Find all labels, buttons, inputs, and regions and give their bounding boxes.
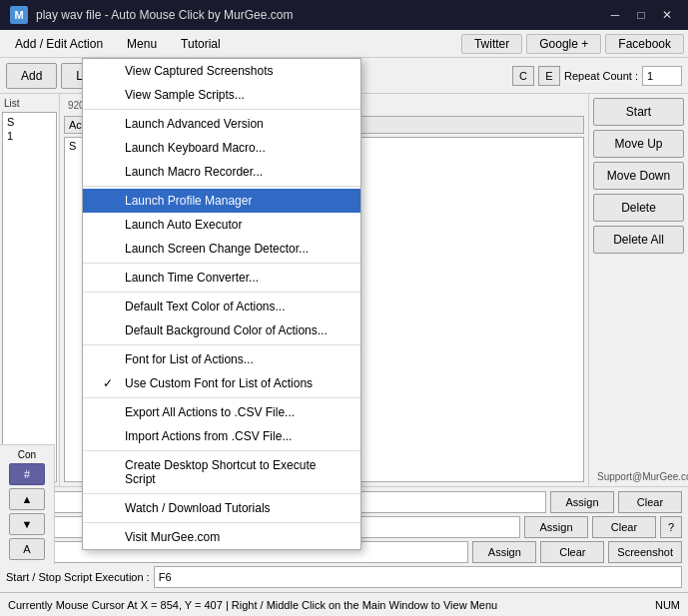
dd-item-4[interactable]: Launch Keyboard Macro...	[83, 136, 360, 160]
left-bottom-panel: Con # ▲ ▼ A	[0, 444, 55, 564]
dd-sep6	[83, 397, 360, 398]
dd-sep9	[83, 522, 360, 523]
a-button[interactable]: A	[9, 538, 45, 560]
move-up-button[interactable]: Move Up	[593, 130, 684, 158]
assign-button-1[interactable]: Assign	[550, 491, 614, 513]
dd-label-16: Font for List of Actions...	[125, 352, 254, 366]
dd-label-13: Default Text Color of Actions...	[125, 300, 286, 313]
dd-item-14[interactable]: Default Background Color of Actions...	[83, 318, 360, 342]
repeat-count-label: Repeat Count :	[564, 70, 638, 82]
dd-item-9[interactable]: Launch Screen Change Detector...	[83, 237, 360, 261]
dd-item-20[interactable]: Import Actions from .CSV File...	[83, 424, 360, 448]
dd-sep7	[83, 450, 360, 451]
dd-label-0: View Captured Screenshots	[125, 64, 274, 78]
dd-item-24[interactable]: Watch / Download Tutorials	[83, 496, 360, 520]
dd-sep8	[83, 493, 360, 494]
start-button[interactable]: Start	[593, 98, 684, 126]
dd-item-16[interactable]: Font for List of Actions...	[83, 347, 360, 371]
dd-sep4	[83, 292, 360, 293]
dd-item-17[interactable]: ✓ Use Custom Font for List of Actions	[83, 371, 360, 395]
dd-label-5: Launch Macro Recorder...	[125, 165, 263, 179]
clear-button-3[interactable]: Clear	[540, 541, 604, 563]
list-item: 1	[5, 129, 54, 143]
dd-item-26[interactable]: Visit MurGee.com	[83, 525, 360, 549]
start-stop-input[interactable]	[154, 566, 682, 588]
dd-check-17: ✓	[103, 376, 119, 390]
e-button[interactable]: E	[538, 66, 560, 86]
app-icon: M	[10, 6, 28, 24]
up-arrow-button[interactable]: ▲	[9, 488, 45, 510]
close-button[interactable]: ✕	[656, 6, 678, 24]
window-controls: ─ □ ✕	[604, 6, 678, 24]
dd-item-1[interactable]: View Sample Scripts...	[83, 83, 360, 107]
dd-item-3[interactable]: Launch Advanced Version	[83, 112, 360, 136]
dd-label-8: Launch Auto Executor	[125, 218, 242, 232]
title-bar: M play wav file - Auto Mouse Click by Mu…	[0, 0, 688, 30]
dd-label-9: Launch Screen Change Detector...	[125, 242, 309, 256]
clear-button-1[interactable]: Clear	[618, 491, 682, 513]
dd-item-13[interactable]: Default Text Color of Actions...	[83, 295, 360, 318]
dd-label-1: View Sample Scripts...	[125, 88, 245, 102]
maximize-button[interactable]: □	[630, 6, 652, 24]
support-email: Support@MurGee.com	[593, 471, 684, 482]
status-bar: Currently Mouse Cursor At X = 854, Y = 4…	[0, 592, 688, 616]
list-items: S 1	[2, 112, 57, 482]
dd-label-17: Use Custom Font for List of Actions	[125, 376, 313, 390]
repeat-count-input[interactable]	[642, 66, 682, 86]
dd-label-26: Visit MurGee.com	[125, 530, 220, 544]
dd-label-19: Export All Actions to .CSV File...	[125, 405, 295, 419]
dd-label-11: Launch Time Converter...	[125, 271, 259, 285]
facebook-button[interactable]: Facebook	[605, 34, 684, 54]
google-plus-button[interactable]: Google +	[526, 34, 601, 54]
list-label: List	[2, 98, 57, 109]
dd-label-3: Launch Advanced Version	[125, 117, 264, 131]
dd-label-14: Default Background Color of Actions...	[125, 323, 328, 337]
dd-item-8[interactable]: Launch Auto Executor	[83, 213, 360, 237]
nav-buttons: Twitter Google + Facebook	[461, 34, 684, 54]
menu-menu[interactable]: Menu	[116, 33, 168, 55]
start-stop-label: Start / Stop Script Execution :	[6, 571, 150, 583]
minimize-button[interactable]: ─	[604, 6, 626, 24]
screenshot-button[interactable]: Screenshot	[608, 541, 682, 563]
menu-add-edit-action[interactable]: Add / Edit Action	[4, 33, 114, 55]
assign-button-2[interactable]: Assign	[524, 516, 588, 538]
dd-label-7: Launch Profile Manager	[125, 194, 252, 208]
list-column: List S 1	[0, 94, 60, 486]
dd-sep3	[83, 263, 360, 264]
twitter-button[interactable]: Twitter	[461, 34, 522, 54]
dd-label-4: Launch Keyboard Macro...	[125, 141, 266, 155]
dd-sep2	[83, 186, 360, 187]
num-lock-indicator: NUM	[655, 599, 680, 611]
down-arrow-button[interactable]: ▼	[9, 513, 45, 535]
move-down-button[interactable]: Move Down	[593, 162, 684, 190]
start-stop-row: Start / Stop Script Execution :	[6, 566, 682, 588]
dropdown-menu: View Captured Screenshots View Sample Sc…	[82, 58, 361, 550]
status-text: Currently Mouse Cursor At X = 854, Y = 4…	[8, 599, 497, 611]
c-button[interactable]: C	[512, 66, 534, 86]
dd-item-11[interactable]: Launch Time Converter...	[83, 266, 360, 290]
question-button[interactable]: ?	[660, 516, 682, 538]
delete-button[interactable]: Delete	[593, 194, 684, 222]
menu-bar: Add / Edit Action Menu Tutorial Twitter …	[0, 30, 688, 58]
delete-all-button[interactable]: Delete All	[593, 226, 684, 254]
con-label: Con	[18, 449, 36, 460]
title-bar-left: M play wav file - Auto Mouse Click by Mu…	[10, 6, 293, 24]
menu-tutorial[interactable]: Tutorial	[170, 33, 232, 55]
dd-item-7[interactable]: Launch Profile Manager	[83, 189, 360, 213]
dd-sep5	[83, 344, 360, 345]
add-button[interactable]: Add	[6, 63, 57, 89]
dd-item-0[interactable]: View Captured Screenshots	[83, 59, 360, 83]
dd-sep	[83, 109, 360, 110]
list-item: S	[5, 115, 54, 129]
clear-button-2[interactable]: Clear	[592, 516, 656, 538]
dd-label-22: Create Desktop Shortcut to Execute Scrip…	[125, 458, 341, 486]
assign-button-3[interactable]: Assign	[472, 541, 536, 563]
dd-item-5[interactable]: Launch Macro Recorder...	[83, 160, 360, 184]
dd-item-22[interactable]: Create Desktop Shortcut to Execute Scrip…	[83, 453, 360, 491]
hash-button[interactable]: #	[9, 463, 45, 485]
dd-item-19[interactable]: Export All Actions to .CSV File...	[83, 400, 360, 424]
window-title: play wav file - Auto Mouse Click by MurG…	[36, 8, 293, 22]
dd-label-20: Import Actions from .CSV File...	[125, 429, 292, 443]
right-buttons: Start Move Up Move Down Delete Delete Al…	[588, 94, 688, 486]
dd-label-24: Watch / Download Tutorials	[125, 501, 271, 515]
